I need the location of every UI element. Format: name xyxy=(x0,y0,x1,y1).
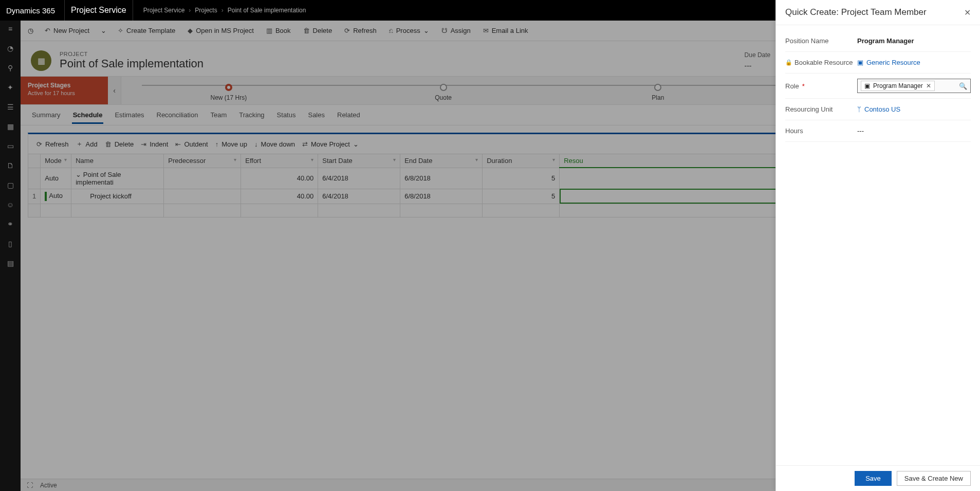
org-icon[interactable]: ⚭ xyxy=(5,219,15,229)
field-resourcing-unit: Resourcing Unit ᛘContoso US xyxy=(785,99,971,120)
quick-create-body: Position Name Program Manager 🔒Bookable … xyxy=(776,25,980,465)
recent-icon[interactable]: ◔ xyxy=(5,43,15,53)
chevron-right-icon: › xyxy=(221,7,224,14)
remove-chip-icon[interactable]: ✕ xyxy=(926,82,931,89)
field-value-link[interactable]: ▣Generic Resource xyxy=(857,59,971,66)
field-label: Position Name xyxy=(785,37,857,45)
calendar-icon[interactable]: ▦ xyxy=(5,121,15,132)
panel-title: Quick Create: Project Team Member xyxy=(785,7,927,17)
quick-create-header: Quick Create: Project Team Member ✕ xyxy=(776,0,980,25)
lock-icon: 🔒 xyxy=(785,59,792,66)
field-label: Role* xyxy=(785,82,857,90)
nav-icon[interactable]: ✦ xyxy=(5,82,15,93)
required-marker: * xyxy=(802,82,805,90)
save-button[interactable]: Save xyxy=(855,471,892,486)
chip-label: Program Manager xyxy=(873,82,923,89)
field-label: 🔒Bookable Resource xyxy=(785,59,857,66)
module-label[interactable]: Project Service xyxy=(64,0,133,21)
folder-icon[interactable]: ▭ xyxy=(5,141,15,151)
save-create-new-button[interactable]: Save & Create New xyxy=(897,471,971,486)
close-icon[interactable]: ✕ xyxy=(964,8,971,17)
hamburger-icon[interactable]: ≡ xyxy=(5,24,15,34)
field-label: Hours xyxy=(785,127,857,135)
breadcrumb-item[interactable]: Point of Sale implementation xyxy=(228,7,306,14)
org-icon: ᛘ xyxy=(857,105,861,113)
field-label: Resourcing Unit xyxy=(785,105,857,113)
quick-create-panel: Quick Create: Project Team Member ✕ Posi… xyxy=(775,0,980,491)
role-chip: ▣ Program Manager ✕ xyxy=(861,81,935,91)
device-icon[interactable]: ▯ xyxy=(5,239,15,249)
sitemap-rail: ≡ ◔ ⚲ ✦ ☰ ▦ ▭ 🗋 ▢ ☺ ⚭ ▯ ▤ xyxy=(0,21,21,491)
field-position-name: Position Name Program Manager xyxy=(785,30,971,52)
report-icon[interactable]: ▤ xyxy=(5,258,15,268)
field-value[interactable]: Program Manager xyxy=(857,37,971,45)
role-lookup[interactable]: ▣ Program Manager ✕ 🔍 xyxy=(857,79,971,93)
field-hours: Hours --- xyxy=(785,120,971,142)
doc-icon[interactable]: ☰ xyxy=(5,102,15,112)
chevron-right-icon: › xyxy=(189,7,191,14)
breadcrumb: Project Service › Projects › Point of Sa… xyxy=(143,7,306,14)
breadcrumb-item[interactable]: Projects xyxy=(195,7,217,14)
page-icon[interactable]: 🗋 xyxy=(5,160,15,171)
person-icon: ▣ xyxy=(857,59,863,66)
field-value[interactable]: --- xyxy=(857,127,971,135)
brand-label: Dynamics 365 xyxy=(6,6,55,15)
role-icon: ▣ xyxy=(864,82,870,89)
field-role: Role* ▣ Program Manager ✕ 🔍 xyxy=(785,74,971,99)
ticket-icon[interactable]: ▢ xyxy=(5,180,15,190)
field-bookable-resource: 🔒Bookable Resource ▣Generic Resource xyxy=(785,52,971,74)
field-value-link[interactable]: ᛘContoso US xyxy=(857,105,971,113)
person-icon[interactable]: ☺ xyxy=(5,199,15,210)
breadcrumb-item[interactable]: Project Service xyxy=(143,7,185,14)
search-icon[interactable]: 🔍 xyxy=(959,82,967,90)
pin-icon[interactable]: ⚲ xyxy=(5,63,15,73)
quick-create-footer: Save Save & Create New xyxy=(776,465,980,491)
